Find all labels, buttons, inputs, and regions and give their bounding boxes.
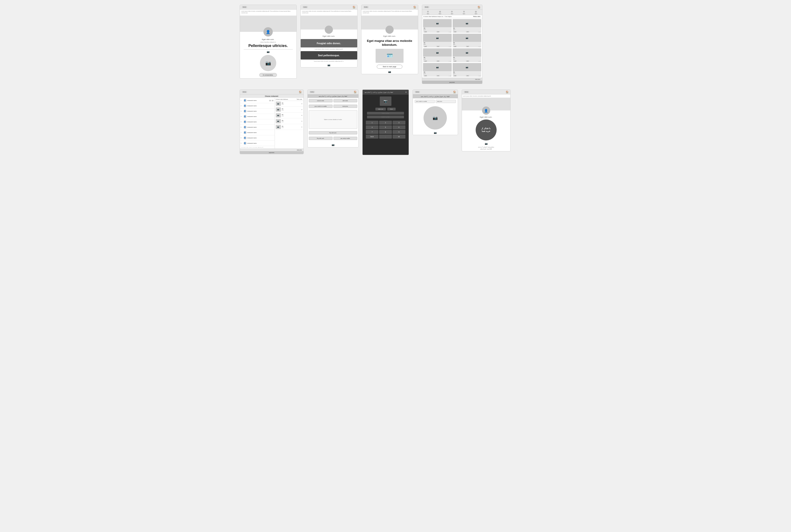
key-5[interactable]: 5 xyxy=(379,125,392,129)
product-img-5: 📷 xyxy=(423,49,452,57)
key-1[interactable]: 1 xyxy=(366,121,379,125)
order-item-img-4: 📷 xyxy=(276,119,281,123)
qty-minus-1[interactable]: − xyxy=(449,31,449,33)
product-email-btn-3[interactable]: email xyxy=(424,45,427,47)
screen1-cta-button[interactable]: In consectetur. xyxy=(259,73,277,77)
rest-action-btn-1b[interactable]: ⊙ xyxy=(272,100,274,101)
product-price-2: price xyxy=(453,29,481,30)
tab-item3[interactable]: ⊙Item xyxy=(463,11,465,14)
product-order-btn-1[interactable]: order xyxy=(436,31,440,33)
order-pickup-text: لطفا رسید خود را بردارید xyxy=(480,148,492,150)
product-email-btn-5[interactable]: email xyxy=(424,60,427,62)
qty-plus-5[interactable]: + xyxy=(450,60,451,62)
product-order-btn-7[interactable]: order xyxy=(436,75,440,76)
product-qty-4: − + xyxy=(478,46,480,47)
camera-icon7: 📷 xyxy=(384,99,387,103)
close-button[interactable]: × xyxy=(405,91,407,93)
qty-plus-2[interactable]: + xyxy=(480,31,481,33)
tab-label4: Item xyxy=(463,13,465,14)
screen3-lorem: Lorem ipsum dolor sit amet, consectetur … xyxy=(362,10,418,15)
screen5-payment-button[interactable]: payment xyxy=(240,151,303,154)
product-img-2: 📷 xyxy=(453,19,481,27)
product-img-1: 📷 xyxy=(423,19,452,27)
list-item[interactable]: 5 👤 restaurant name xyxy=(240,119,275,125)
key-8[interactable]: 8 xyxy=(379,130,392,134)
order-item-img-1: 📷 xyxy=(276,101,281,106)
product-order-btn-8[interactable]: order xyxy=(466,75,470,76)
pay-card-button[interactable]: Pay with card. xyxy=(309,131,357,134)
plus-icon-1[interactable]: + xyxy=(301,103,302,105)
tab-earn1[interactable]: ◎Earn xyxy=(439,11,441,14)
plus-icon-2[interactable]: + xyxy=(301,109,302,111)
edit-order-button[interactable]: edit order xyxy=(333,99,357,102)
screen3-back-button[interactable]: Back to main page xyxy=(377,65,402,69)
list-item[interactable]: 7 👤 restaurant name xyxy=(240,130,275,135)
qty-minus-5[interactable]: − xyxy=(449,60,449,62)
plus-icon-5[interactable]: + xyxy=(301,126,302,128)
qty-minus-7[interactable]: − xyxy=(449,75,449,76)
product-title-2: title xyxy=(453,28,481,29)
tab-earn2[interactable]: ◎Earn xyxy=(475,11,477,14)
tab-label1: Item xyxy=(427,13,429,14)
list-item[interactable]: 9 👤 restaurant name xyxy=(240,141,275,146)
product-order-btn-3[interactable]: order xyxy=(436,45,440,47)
qty-plus-4[interactable]: + xyxy=(480,46,481,47)
cancel-order-button[interactable]: cancel order xyxy=(309,99,333,102)
key-2[interactable]: 2 xyxy=(379,121,392,125)
qty-minus-6[interactable]: − xyxy=(478,60,479,62)
plus-icon-4[interactable]: + xyxy=(301,120,302,122)
list-item[interactable]: 6 👤 restaurant name xyxy=(240,125,275,130)
product-info-2: title price xyxy=(453,27,481,31)
qty-minus-3[interactable]: − xyxy=(449,46,449,47)
screen2-card1: Feugiat odio donec. xyxy=(301,39,357,48)
product-email-btn-2[interactable]: email xyxy=(453,31,457,33)
product-email-btn-4[interactable]: email xyxy=(453,45,457,47)
list-item[interactable]: 1 👤 restaurant name ⊙ ⊙ xyxy=(240,98,275,103)
qty-minus-2[interactable]: − xyxy=(478,31,479,33)
key-4[interactable]: 4 xyxy=(366,125,379,129)
product-order-btn-5[interactable]: order xyxy=(436,60,440,62)
product-email-btn-7[interactable]: email xyxy=(424,75,427,76)
key-ok[interactable]: ok xyxy=(392,135,405,138)
list-item[interactable]: 4 👤 restaurant name xyxy=(240,114,275,119)
qty-minus-4[interactable]: − xyxy=(478,46,479,47)
mobile-number-input[interactable] xyxy=(367,116,404,118)
product-order-btn-2[interactable]: order xyxy=(466,31,470,33)
pay-cash-button[interactable]: Pay with cash. xyxy=(309,137,333,140)
takeout-button[interactable]: take out xyxy=(375,108,386,111)
qty-plus-8[interactable]: + xyxy=(480,75,481,76)
qty-plus-6[interactable]: + xyxy=(480,60,481,62)
plus-icon-3[interactable]: + xyxy=(301,114,302,116)
rest-name-1: restaurant name xyxy=(247,100,268,101)
order-item-price-1: price xyxy=(282,104,300,105)
list-num-1: 1 xyxy=(241,100,243,101)
list-item[interactable]: 3 👤 restaurant name xyxy=(240,109,275,114)
rest-name-2: restaurant name xyxy=(247,105,274,107)
key-dot[interactable]: . xyxy=(379,135,392,138)
key-6[interactable]: 6 xyxy=(392,125,405,129)
product-actions-6: email order − + xyxy=(453,60,481,62)
key-7[interactable]: 7 xyxy=(366,130,379,134)
key-9[interactable]: 9 xyxy=(392,130,405,134)
list-item[interactable]: 2 👤 restaurant name xyxy=(240,103,275,109)
product-order-btn-6[interactable]: order xyxy=(466,60,470,62)
qty-plus-7[interactable]: + xyxy=(450,75,451,76)
screen4-payment-button[interactable]: payment xyxy=(422,81,482,84)
table-number-input[interactable] xyxy=(367,112,404,115)
key-back[interactable]: back xyxy=(366,135,379,138)
qty-plus-3[interactable]: + xyxy=(450,46,451,47)
here-button[interactable]: here xyxy=(387,108,396,111)
product-email-btn-6[interactable]: email xyxy=(453,60,457,62)
product-email-btn-1[interactable]: email xyxy=(424,31,427,33)
qty-minus-8[interactable]: − xyxy=(478,75,479,76)
pay-wallet-button[interactable]: pay using e-wallet xyxy=(333,137,357,140)
qty-plus-1[interactable]: + xyxy=(450,31,451,33)
list-item[interactable]: 8 👤 restaurant name xyxy=(240,135,275,141)
tab-item1[interactable]: ⊙Item xyxy=(427,11,429,14)
rest-action-btn-1a[interactable]: ⊙ xyxy=(269,100,271,101)
product-email-btn-8[interactable]: email xyxy=(453,75,457,76)
key-3[interactable]: 3 xyxy=(392,121,405,125)
product-order-btn-4[interactable]: order xyxy=(466,45,470,47)
screen3-card-icon: 🪪 xyxy=(375,49,404,63)
tab-item2[interactable]: ⊙Item xyxy=(451,11,453,14)
